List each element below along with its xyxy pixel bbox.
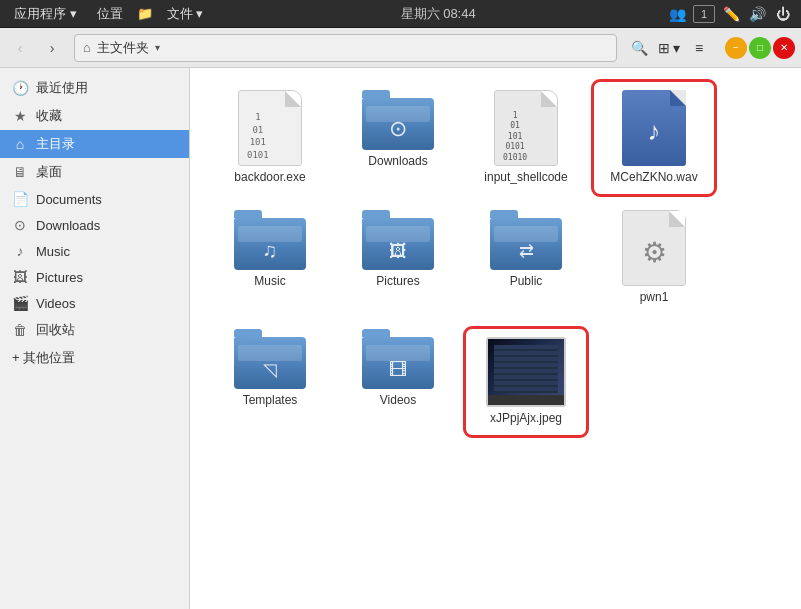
forward-button[interactable]: › bbox=[38, 34, 66, 62]
pictures-icon: 🖼 bbox=[12, 269, 28, 285]
file-item-downloads[interactable]: ⊙ Downloads bbox=[338, 82, 458, 194]
file-item-jpeg[interactable]: xJPpjAjx.jpeg bbox=[466, 329, 586, 435]
file-label-jpeg: xJPpjAjx.jpeg bbox=[490, 411, 562, 427]
videos-folder-icon: 🎞 bbox=[362, 329, 434, 389]
back-button[interactable]: ‹ bbox=[6, 34, 34, 62]
videos-icon: 🎬 bbox=[12, 295, 28, 311]
sidebar-trash-label: 回收站 bbox=[36, 321, 75, 339]
sidebar-bookmarks-label: 收藏 bbox=[36, 107, 62, 125]
menubar-right: 👥 1 ✏️ 🔊 ⏻ bbox=[667, 4, 793, 24]
sidebar-item-videos[interactable]: 🎬 Videos bbox=[0, 290, 189, 316]
sidebar-desktop-label: 桌面 bbox=[36, 163, 62, 181]
file-item-pictures[interactable]: 🖼 Pictures bbox=[338, 202, 458, 314]
sidebar-item-desktop[interactable]: 🖥 桌面 bbox=[0, 158, 189, 186]
minimize-button[interactable]: − bbox=[725, 37, 747, 59]
sidebar-item-documents[interactable]: 📄 Documents bbox=[0, 186, 189, 212]
view-sort-button[interactable]: ⊞ ▾ bbox=[655, 34, 683, 62]
desktop-icon: 🖥 bbox=[12, 164, 28, 180]
templates-folder-icon: ◹ bbox=[234, 329, 306, 389]
downloads-icon: ⊙ bbox=[12, 217, 28, 233]
menubar-file-icon: 📁 bbox=[137, 6, 153, 21]
file-label-pictures: Pictures bbox=[376, 274, 419, 290]
content-area: 1011010101 backdoor.exe ⊙ Downloads bbox=[190, 68, 801, 609]
recent-icon: 🕐 bbox=[12, 80, 28, 96]
file-label-videos: Videos bbox=[380, 393, 416, 409]
menubar-position[interactable]: 位置 bbox=[91, 3, 129, 25]
sidebar-item-music[interactable]: ♪ Music bbox=[0, 238, 189, 264]
view-list-button[interactable]: ≡ bbox=[685, 34, 713, 62]
sidebar-videos-label: Videos bbox=[36, 296, 76, 311]
music-icon: ♪ bbox=[12, 243, 28, 259]
sidebar-item-downloads[interactable]: ⊙ Downloads bbox=[0, 212, 189, 238]
main-area: 🕐 最近使用 ★ 收藏 ⌂ 主目录 🖥 桌面 📄 Documents ⊙ Do bbox=[0, 68, 801, 609]
menubar-apps-label: 应用程序 bbox=[14, 6, 66, 21]
file-item-videos[interactable]: 🎞 Videos bbox=[338, 321, 458, 435]
jpeg-file-icon bbox=[486, 337, 566, 407]
people-icon[interactable]: 👥 bbox=[667, 4, 687, 24]
sidebar-music-label: Music bbox=[36, 244, 70, 259]
file-item-backdoor[interactable]: 1011010101 backdoor.exe bbox=[210, 82, 330, 194]
close-button[interactable]: ✕ bbox=[773, 37, 795, 59]
sidebar-downloads-label: Downloads bbox=[36, 218, 100, 233]
sidebar-documents-label: Documents bbox=[36, 192, 102, 207]
sidebar-home-label: 主目录 bbox=[36, 135, 75, 153]
menubar: 应用程序 ▾ 位置 📁 文件 ▾ 星期六 08:44 👥 1 ✏️ 🔊 ⏻ bbox=[0, 0, 801, 28]
sidebar-item-recent[interactable]: 🕐 最近使用 bbox=[0, 74, 189, 102]
home-icon: ⌂ bbox=[83, 40, 91, 55]
binary-file-icon-shellcode: 101101010101010 bbox=[494, 90, 558, 166]
menubar-file-dropdown: ▾ bbox=[196, 6, 203, 21]
file-item-shellcode[interactable]: 101101010101010 input_shellcode bbox=[466, 82, 586, 194]
menubar-apps-dropdown: ▾ bbox=[70, 6, 77, 21]
file-item-pwn1[interactable]: ⚙ pwn1 bbox=[594, 202, 714, 314]
volume-icon[interactable]: 🔊 bbox=[747, 4, 767, 24]
sidebar: 🕐 最近使用 ★ 收藏 ⌂ 主目录 🖥 桌面 📄 Documents ⊙ Do bbox=[0, 68, 190, 609]
sidebar-recent-label: 最近使用 bbox=[36, 79, 88, 97]
file-item-music[interactable]: ♫ Music bbox=[210, 202, 330, 314]
window-controls: − □ ✕ bbox=[725, 37, 795, 59]
search-button[interactable]: 🔍 bbox=[625, 34, 653, 62]
file-manager-window: ‹ › ⌂ 主文件夹 ▾ 🔍 ⊞ ▾ ≡ − □ ✕ 🕐 最近使用 ★ bbox=[0, 28, 801, 609]
address-bar[interactable]: ⌂ 主文件夹 ▾ bbox=[74, 34, 617, 62]
config-file-icon: ⚙ bbox=[622, 210, 686, 286]
documents-icon: 📄 bbox=[12, 191, 28, 207]
sidebar-item-pictures[interactable]: 🖼 Pictures bbox=[0, 264, 189, 290]
menubar-position-label: 位置 bbox=[97, 6, 123, 21]
sidebar-other-label: + 其他位置 bbox=[12, 349, 75, 367]
sidebar-pictures-label: Pictures bbox=[36, 270, 83, 285]
sidebar-item-bookmarks[interactable]: ★ 收藏 bbox=[0, 102, 189, 130]
file-item-public[interactable]: ⇄ Public bbox=[466, 202, 586, 314]
file-item-wav[interactable]: ♪ MCehZKNo.wav bbox=[594, 82, 714, 194]
workspace-indicator[interactable]: 1 bbox=[693, 5, 715, 23]
address-dropdown-icon: ▾ bbox=[155, 42, 160, 53]
binary-file-icon: 1011010101 bbox=[238, 90, 302, 166]
sidebar-item-trash[interactable]: 🗑 回收站 bbox=[0, 316, 189, 344]
file-label-pwn1: pwn1 bbox=[640, 290, 669, 306]
music-folder-icon: ♫ bbox=[234, 210, 306, 270]
file-label-templates: Templates bbox=[243, 393, 298, 409]
file-label-backdoor: backdoor.exe bbox=[234, 170, 305, 186]
file-label-wav: MCehZKNo.wav bbox=[610, 170, 697, 186]
file-label-shellcode: input_shellcode bbox=[484, 170, 567, 186]
pen-icon[interactable]: ✏️ bbox=[721, 4, 741, 24]
downloads-folder-icon: ⊙ bbox=[362, 90, 434, 150]
menubar-apps[interactable]: 应用程序 ▾ bbox=[8, 3, 83, 25]
file-grid: 1011010101 backdoor.exe ⊙ Downloads bbox=[206, 78, 785, 439]
bookmarks-icon: ★ bbox=[12, 108, 28, 124]
file-item-templates[interactable]: ◹ Templates bbox=[210, 321, 330, 435]
maximize-button[interactable]: □ bbox=[749, 37, 771, 59]
trash-icon: 🗑 bbox=[12, 322, 28, 338]
menubar-time: 星期六 08:44 bbox=[401, 6, 476, 21]
wav-file-icon: ♪ bbox=[622, 90, 686, 166]
public-folder-icon: ⇄ bbox=[490, 210, 562, 270]
menubar-file[interactable]: 文件 ▾ bbox=[161, 3, 210, 25]
sidebar-item-home[interactable]: ⌂ 主目录 bbox=[0, 130, 189, 158]
toolbar: ‹ › ⌂ 主文件夹 ▾ 🔍 ⊞ ▾ ≡ − □ ✕ bbox=[0, 28, 801, 68]
address-text: 主文件夹 bbox=[97, 39, 149, 57]
menubar-file-label: 文件 bbox=[167, 6, 193, 21]
power-icon[interactable]: ⏻ bbox=[773, 4, 793, 24]
home-sidebar-icon: ⌂ bbox=[12, 136, 28, 152]
sidebar-item-other[interactable]: + 其他位置 bbox=[0, 344, 189, 372]
menubar-clock: 星期六 08:44 bbox=[217, 5, 659, 23]
file-label-downloads: Downloads bbox=[368, 154, 427, 170]
file-label-public: Public bbox=[510, 274, 543, 290]
